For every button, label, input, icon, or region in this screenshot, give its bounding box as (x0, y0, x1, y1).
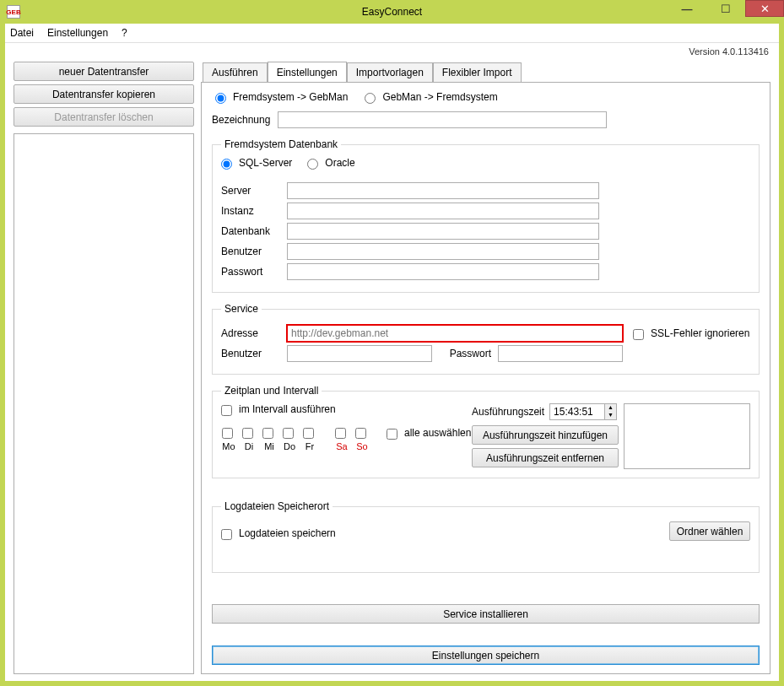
ssl-ignore-label: SSL-Fehler ignorieren (651, 327, 749, 339)
app-icon: GEB (7, 5, 20, 19)
select-all-days-checkbox-input[interactable] (387, 429, 397, 440)
time-spinner[interactable]: ▲▼ (549, 403, 617, 420)
radio-gebman-to-fremd-label: GebMan -> Fremdsystem (382, 91, 497, 103)
tab-importvorlagen[interactable]: Importvorlagen (347, 62, 433, 84)
passwort-db-input[interactable] (287, 263, 599, 280)
radio-gebman-to-fremd[interactable]: GebMan -> Fremdsystem (365, 91, 497, 103)
fieldset-log: Logdateien Speicherort Logdateien speich… (212, 500, 760, 573)
radio-fremd-to-gebman[interactable]: Fremdsystem -> GebMan (215, 91, 348, 103)
minimize-button[interactable]: — (668, 0, 706, 17)
day-mo-checkbox[interactable] (222, 428, 233, 439)
radio-oracle[interactable]: Oracle (307, 157, 354, 169)
fieldset-db-legend: Fremdsystem Datenbank (221, 138, 341, 150)
menu-file[interactable]: Datei (10, 27, 34, 39)
new-datatransfer-button[interactable]: neuer Datentransfer (14, 62, 194, 81)
close-button[interactable]: ✕ (745, 0, 784, 17)
radio-oracle-input[interactable] (307, 159, 318, 170)
maximize-button[interactable]: ☐ (706, 0, 745, 17)
fieldset-log-legend: Logdateien Speicherort (221, 500, 333, 512)
ssl-ignore-checkbox-input[interactable] (633, 329, 644, 340)
fieldset-schedule: Zeitplan und Intervall im Intervall ausf… (212, 385, 760, 478)
time-list[interactable] (624, 403, 750, 469)
datenbank-label: Datenbank (221, 225, 287, 237)
tab-panel-einstellungen: Fremdsystem -> GebMan GebMan -> Fremdsys… (201, 82, 770, 674)
radio-oracle-label: Oracle (325, 157, 354, 169)
left-panel: neuer Datentransfer Datentransfer kopier… (14, 50, 194, 674)
menu-help[interactable]: ? (122, 27, 127, 39)
fieldset-db: Fremdsystem Datenbank SQL-Server Oracle … (212, 138, 760, 293)
day-so-label: So (356, 441, 367, 451)
adresse-input[interactable] (287, 325, 623, 342)
log-save-label: Logdateien speichern (239, 527, 336, 539)
fieldset-service: Service Adresse SSL-Fehler ignorieren Be… (212, 303, 760, 375)
time-spinner-buttons[interactable]: ▲▼ (604, 404, 616, 419)
radio-fremd-to-gebman-label: Fremdsystem -> GebMan (233, 91, 348, 103)
day-sa-checkbox[interactable] (335, 428, 346, 439)
service-passwort-label: Passwort (432, 348, 498, 359)
day-mi-label: Mi (264, 441, 274, 451)
day-fr-label: Fr (305, 441, 314, 451)
install-service-button[interactable]: Service installieren (212, 604, 760, 624)
radio-gebman-to-fremd-input[interactable] (365, 93, 376, 104)
time-input[interactable] (550, 404, 604, 419)
radio-sqlserver[interactable]: SQL-Server (221, 157, 292, 169)
radio-fremd-to-gebman-input[interactable] (215, 93, 226, 104)
day-di-checkbox[interactable] (242, 428, 253, 439)
direction-radio-group: Fremdsystem -> GebMan GebMan -> Fremdsys… (212, 91, 760, 103)
day-sa-label: Sa (336, 441, 347, 451)
interval-run-checkbox[interactable]: im Intervall ausführen (221, 403, 472, 415)
menu-bar: Datei Einstellungen ? (5, 24, 779, 43)
interval-run-label: im Intervall ausführen (239, 403, 336, 415)
day-do-checkbox[interactable] (283, 428, 294, 439)
benutzer-db-input[interactable] (287, 243, 599, 260)
fieldset-schedule-legend: Zeitplan und Intervall (221, 385, 322, 397)
tab-ausfuehren[interactable]: Ausführen (203, 62, 268, 84)
select-all-days-label: alle auswählen (404, 427, 471, 439)
server-label: Server (221, 185, 287, 197)
version-label: Version 4.0.113416 (689, 46, 769, 57)
datenbank-input[interactable] (287, 223, 599, 240)
server-input[interactable] (287, 182, 599, 199)
fieldset-service-legend: Service (221, 303, 262, 315)
passwort-db-label: Passwort (221, 266, 287, 278)
radio-sqlserver-label: SQL-Server (239, 157, 292, 169)
copy-datatransfer-button[interactable]: Datentransfer kopieren (14, 84, 194, 104)
radio-sqlserver-input[interactable] (221, 159, 232, 170)
window-title: EasyConnect (362, 6, 422, 18)
benutzer-db-label: Benutzer (221, 246, 287, 257)
select-all-days-checkbox[interactable]: alle auswählen (387, 427, 471, 439)
instanz-input[interactable] (287, 203, 599, 219)
save-settings-button[interactable]: Einstellungen speichern (212, 645, 760, 665)
ssl-ignore-checkbox[interactable]: SSL-Fehler ignorieren (633, 327, 749, 339)
ausfuehrungszeit-label: Ausführungszeit (472, 406, 544, 418)
service-benutzer-label: Benutzer (221, 348, 287, 359)
adresse-label: Adresse (221, 327, 287, 339)
weekday-group: Mo Di Mi Do Fr Sa So (221, 427, 370, 451)
day-di-label: Di (245, 441, 253, 451)
service-passwort-input[interactable] (498, 345, 623, 362)
instanz-label: Instanz (221, 205, 287, 217)
remove-time-button[interactable]: Ausführungszeit entfernen (472, 448, 619, 467)
day-fr-checkbox[interactable] (303, 428, 314, 439)
interval-run-checkbox-input[interactable] (221, 405, 232, 416)
tab-strip: Ausführen Einstellungen Importvorlagen F… (201, 62, 770, 83)
day-so-checkbox[interactable] (355, 428, 366, 439)
bezeichnung-label: Bezeichnung (212, 114, 278, 126)
day-mi-checkbox[interactable] (262, 428, 273, 439)
window-titlebar: GEB EasyConnect — ☐ ✕ (0, 0, 784, 24)
right-panel: Ausführen Einstellungen Importvorlagen F… (201, 50, 770, 674)
bezeichnung-input[interactable] (278, 111, 607, 128)
add-time-button[interactable]: Ausführungszeit hinzufügen (472, 425, 619, 445)
choose-folder-button[interactable]: Ordner wählen (669, 521, 750, 541)
bezeichnung-row: Bezeichnung (212, 111, 760, 128)
day-mo-label: Mo (222, 441, 235, 451)
delete-datatransfer-button: Datentransfer löschen (14, 107, 194, 127)
tab-flexibler-import[interactable]: Flexibler Import (433, 62, 522, 84)
menu-settings[interactable]: Einstellungen (47, 27, 108, 39)
datatransfer-list[interactable] (14, 133, 194, 674)
service-benutzer-input[interactable] (287, 345, 432, 362)
log-save-checkbox-input[interactable] (221, 529, 232, 540)
tab-einstellungen[interactable]: Einstellungen (268, 62, 347, 83)
client-area: Datei Einstellungen ? Version 4.0.113416… (5, 24, 779, 681)
day-do-label: Do (284, 441, 295, 451)
